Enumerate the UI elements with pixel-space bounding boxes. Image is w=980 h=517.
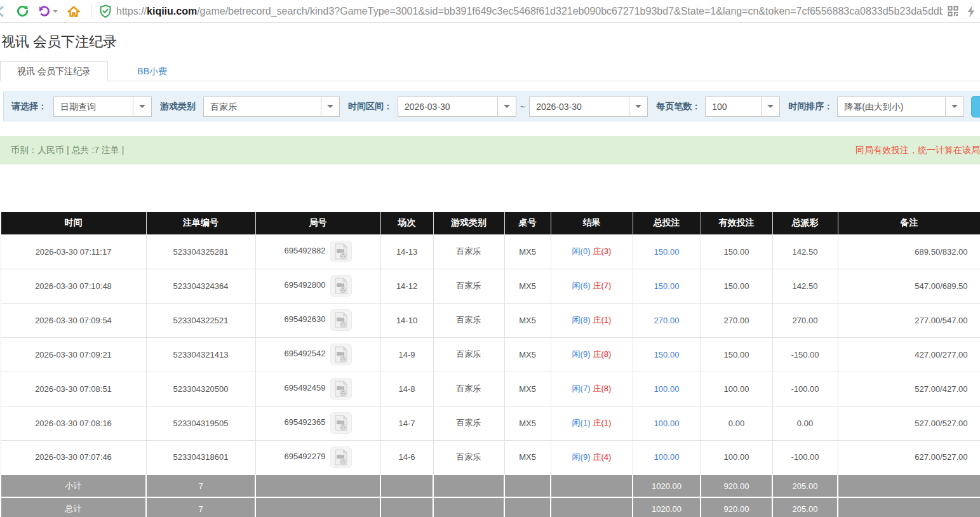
game-category-select[interactable]: 百家乐 bbox=[203, 97, 340, 117]
cell-bet-id: 523304320500 bbox=[146, 372, 255, 406]
time-range-label: 时间区间： bbox=[348, 101, 393, 112]
table-row: 2026-03-30 07:07:46 523304318601 6954922… bbox=[1, 440, 980, 474]
valid-bet-notice: 同局有效投注，统一计算在该局 bbox=[856, 145, 980, 156]
back-icon[interactable] bbox=[0, 4, 8, 18]
game-category-value: 百家乐 bbox=[204, 97, 321, 116]
result-player: 闲(7) bbox=[572, 384, 591, 393]
date-from-value: 2026-03-30 bbox=[398, 97, 497, 116]
undo-control[interactable] bbox=[37, 4, 58, 18]
undo-icon[interactable] bbox=[37, 4, 51, 18]
video-replay-button[interactable] bbox=[330, 378, 352, 399]
sort-order-select[interactable]: 降幂(由大到小) bbox=[837, 97, 964, 117]
page-size-select[interactable]: 100 bbox=[705, 97, 780, 117]
video-replay-button[interactable] bbox=[330, 446, 352, 468]
total-label: 总计 bbox=[1, 497, 146, 517]
result-player: 闲(9) bbox=[572, 452, 591, 462]
empty-cell bbox=[255, 474, 380, 497]
query-type-select[interactable]: 日期查询 bbox=[53, 97, 152, 117]
cell-round: 695492279 bbox=[255, 440, 380, 474]
total-bet-link[interactable]: 100.00 bbox=[654, 419, 680, 428]
tab-bar: 视讯 会员下注纪录 BB小费 bbox=[0, 61, 980, 81]
tab-bb-tip[interactable]: BB小费 bbox=[121, 62, 184, 82]
date-from-select[interactable]: 2026-03-30 bbox=[398, 97, 516, 117]
cell-remark: 527.00/527.00 bbox=[838, 406, 980, 440]
video-replay-button[interactable] bbox=[330, 275, 352, 297]
chevron-down-icon[interactable] bbox=[629, 97, 647, 116]
home-icon[interactable] bbox=[67, 4, 81, 18]
game-category-label: 游戏类别 bbox=[160, 101, 196, 112]
currency-total-text: 币别：人民币 | 总共 :7 注单 | bbox=[0, 145, 124, 156]
cell-game-type: 百家乐 bbox=[433, 406, 504, 440]
round-number: 695492800 bbox=[284, 280, 325, 290]
column-header: 总投注 bbox=[633, 212, 701, 234]
total-bet-link[interactable]: 150.00 bbox=[654, 281, 680, 291]
result-player: 闲(9) bbox=[572, 349, 591, 359]
url-bar[interactable]: https://kiqiiu.com/game/betrecord_search… bbox=[99, 4, 980, 18]
toolbar-divider bbox=[91, 4, 91, 18]
total-bet-link[interactable]: 100.00 bbox=[654, 384, 680, 394]
cell-result: 闲(9)庄(4) bbox=[551, 440, 633, 474]
total-bet-link[interactable]: 150.00 bbox=[654, 350, 680, 359]
date-to-select[interactable]: 2026-03-30 bbox=[529, 97, 648, 117]
subtotal-row: 小计 7 1020.00 920.00 205.00 bbox=[1, 474, 980, 497]
result-player: 闲(6) bbox=[572, 281, 591, 290]
refresh-icon[interactable] bbox=[16, 4, 29, 18]
search-button[interactable]: 查询 bbox=[971, 96, 980, 117]
chevron-down-icon[interactable] bbox=[761, 97, 779, 116]
cell-table-no: MX5 bbox=[504, 303, 551, 337]
empty-cell bbox=[433, 497, 504, 517]
date-range-separator: ~ bbox=[520, 102, 525, 112]
cell-game-type: 百家乐 bbox=[433, 337, 504, 372]
address-text[interactable]: https://kiqiiu.com/game/betrecord_search… bbox=[116, 6, 943, 17]
cell-result: 闲(7)庄(8) bbox=[551, 372, 633, 406]
video-file-icon bbox=[334, 312, 348, 328]
result-player: 闲(8) bbox=[572, 315, 591, 325]
table-row: 2026-03-30 07:09:54 523304322521 6954926… bbox=[1, 303, 980, 337]
column-header: 结果 bbox=[551, 212, 633, 234]
table-row: 2026-03-30 07:08:51 523304320500 6954924… bbox=[1, 372, 980, 406]
security-shield-icon[interactable] bbox=[99, 4, 112, 18]
chevron-down-icon[interactable] bbox=[53, 10, 58, 15]
result-banker: 庄(8) bbox=[593, 384, 612, 393]
video-replay-button[interactable] bbox=[330, 412, 352, 434]
result-banker: 庄(4) bbox=[593, 452, 612, 462]
table-header-row: 时间注单编号局号场次游戏类别桌号结果总投注有效投注总派彩备注 bbox=[1, 212, 980, 234]
cell-total-bet: 270.00 bbox=[633, 303, 701, 337]
cell-game-type: 百家乐 bbox=[433, 234, 504, 269]
total-payout: 205.00 bbox=[772, 497, 838, 517]
video-file-icon bbox=[334, 278, 348, 294]
chevron-down-icon[interactable] bbox=[945, 97, 963, 116]
chevron-down-icon[interactable] bbox=[497, 97, 516, 116]
video-replay-button[interactable] bbox=[330, 309, 352, 331]
cell-valid-bet: 150.00 bbox=[701, 269, 772, 303]
cell-valid-bet: 150.00 bbox=[701, 234, 772, 269]
video-replay-button[interactable] bbox=[330, 241, 352, 262]
total-bet-link[interactable]: 100.00 bbox=[654, 452, 680, 462]
column-header: 场次 bbox=[380, 212, 433, 234]
cell-total-bet: 100.00 bbox=[633, 440, 701, 474]
cell-total-bet: 100.00 bbox=[633, 406, 701, 440]
cell-time: 2026-03-30 07:09:21 bbox=[1, 337, 146, 372]
cell-remark: 427.00/277.00 bbox=[838, 337, 980, 372]
chevron-down-icon[interactable] bbox=[133, 97, 151, 116]
cell-payout: -100.00 bbox=[772, 440, 838, 474]
total-bet-link[interactable]: 270.00 bbox=[654, 316, 680, 325]
table-row: 2026-03-30 07:09:21 523304321413 6954925… bbox=[1, 337, 980, 372]
cell-valid-bet: 270.00 bbox=[701, 303, 772, 337]
column-header: 备注 bbox=[838, 212, 980, 234]
cell-total-bet: 150.00 bbox=[633, 269, 701, 303]
result-player: 闲(1) bbox=[572, 418, 591, 427]
result-banker: 庄(7) bbox=[593, 281, 612, 290]
cell-payout: 270.00 bbox=[772, 303, 838, 337]
chevron-down-icon[interactable] bbox=[321, 97, 339, 116]
bet-records-table: 时间注单编号局号场次游戏类别桌号结果总投注有效投注总派彩备注 2026-03-3… bbox=[0, 212, 980, 517]
round-number: 695492459 bbox=[284, 383, 325, 393]
total-bet-link[interactable]: 150.00 bbox=[654, 247, 680, 257]
cell-round: 695492542 bbox=[255, 337, 380, 372]
qr-code-icon[interactable] bbox=[948, 6, 958, 17]
tab-bet-records[interactable]: 视讯 会员下注纪录 bbox=[0, 61, 108, 81]
cell-valid-bet: 150.00 bbox=[701, 337, 772, 372]
cell-game-type: 百家乐 bbox=[433, 440, 504, 474]
lightning-icon[interactable] bbox=[966, 5, 976, 18]
video-replay-button[interactable] bbox=[330, 344, 352, 365]
